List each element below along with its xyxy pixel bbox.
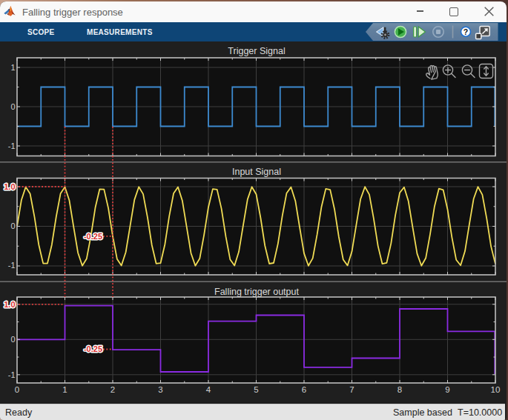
svg-text:3: 3: [158, 385, 162, 394]
svg-text:8: 8: [398, 385, 402, 394]
svg-text:10: 10: [491, 385, 501, 394]
svg-text:1.0: 1.0: [4, 182, 15, 191]
svg-text:0: 0: [15, 385, 19, 394]
svg-text:-0.25: -0.25: [84, 344, 102, 353]
svg-text:-1: -1: [8, 370, 16, 379]
svg-text:5: 5: [254, 385, 258, 394]
svg-text:1: 1: [62, 385, 67, 394]
svg-text:0: 0: [10, 102, 15, 111]
svg-text:1: 1: [10, 63, 15, 72]
svg-text:0: 0: [10, 221, 15, 230]
svg-text:-1: -1: [8, 141, 16, 150]
svg-text:7: 7: [349, 385, 354, 394]
svg-text:-1: -1: [8, 261, 16, 270]
svg-text:Input Signal: Input Signal: [232, 167, 281, 177]
svg-text:2: 2: [110, 385, 115, 394]
svg-text:6: 6: [302, 385, 306, 394]
svg-text:0: 0: [10, 335, 15, 344]
svg-text:-0.25: -0.25: [84, 232, 102, 241]
svg-text:4: 4: [206, 385, 211, 394]
svg-text:Falling trigger output: Falling trigger output: [214, 287, 299, 297]
svg-text:9: 9: [445, 385, 449, 394]
svg-text:Trigger Signal: Trigger Signal: [228, 46, 285, 56]
svg-text:1.0: 1.0: [4, 300, 15, 309]
svg-text:?: ?: [464, 27, 468, 36]
